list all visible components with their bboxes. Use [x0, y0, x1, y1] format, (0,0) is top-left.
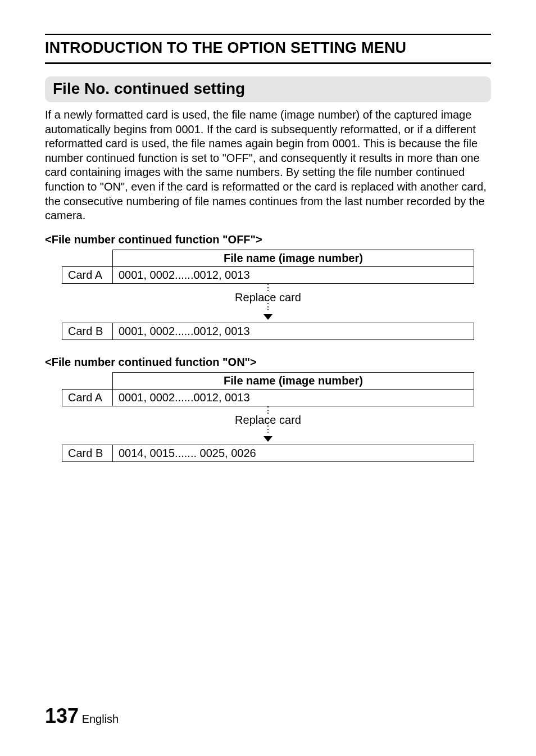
- svg-marker-0: [264, 314, 272, 320]
- section-pill: File No. continued setting: [45, 76, 491, 102]
- replace-card-indicator: ⋮ Replace card ⋮: [62, 406, 474, 445]
- table-header-filename: File name (image number): [113, 372, 474, 389]
- table-cell-card-a-value: 0001, 0002......0012, 0013: [113, 389, 474, 406]
- vertical-dots-icon: ⋮: [62, 406, 474, 414]
- example-on-table-a: File name (image number) Card A 0001, 00…: [62, 372, 474, 406]
- section-heading: File No. continued setting: [53, 80, 483, 98]
- table-cell-card-b-value: 0001, 0002......0012, 0013: [113, 323, 474, 339]
- replace-card-indicator: ⋮ Replace card ⋮: [62, 284, 474, 323]
- table-cell-card-a-label: Card A: [62, 266, 113, 283]
- table-row: Card B 0001, 0002......0012, 0013: [62, 323, 474, 339]
- svg-marker-1: [264, 436, 272, 442]
- table-cell-card-b-value: 0014, 0015....... 0025, 0026: [113, 445, 474, 462]
- vertical-dots-icon: ⋮: [62, 425, 474, 433]
- table-cell-blank: [62, 250, 113, 266]
- example-on-table-b: Card B 0014, 0015....... 0025, 0026: [62, 445, 474, 462]
- example-off-table-a: File name (image number) Card A 0001, 00…: [62, 250, 474, 284]
- page-footer: 137 English: [45, 704, 119, 728]
- table-header-filename: File name (image number): [113, 250, 474, 266]
- example-off-heading: <File number continued function "OFF">: [45, 233, 491, 246]
- example-on-heading: <File number continued function "ON">: [45, 356, 491, 369]
- page-number: 137: [45, 704, 79, 727]
- section-body: If a newly formatted card is used, the f…: [45, 108, 491, 223]
- footer-language: English: [82, 713, 119, 725]
- vertical-dots-icon: ⋮: [62, 303, 474, 311]
- table-cell-card-a-label: Card A: [62, 389, 113, 406]
- table-cell-card-a-value: 0001, 0002......0012, 0013: [113, 266, 474, 283]
- example-off-table-b: Card B 0001, 0002......0012, 0013: [62, 323, 474, 340]
- table-cell-card-b-label: Card B: [62, 323, 113, 339]
- arrow-down-icon: [264, 435, 272, 443]
- table-cell-card-b-label: Card B: [62, 445, 113, 462]
- vertical-dots-icon: ⋮: [62, 284, 474, 292]
- arrow-down-icon: [264, 313, 272, 321]
- table-row: Card A 0001, 0002......0012, 0013: [62, 389, 474, 406]
- page-title: INTRODUCTION TO THE OPTION SETTING MENU: [45, 39, 491, 57]
- table-row: Card A 0001, 0002......0012, 0013: [62, 266, 474, 283]
- table-cell-blank: [62, 372, 113, 389]
- table-row: Card B 0014, 0015....... 0025, 0026: [62, 445, 474, 462]
